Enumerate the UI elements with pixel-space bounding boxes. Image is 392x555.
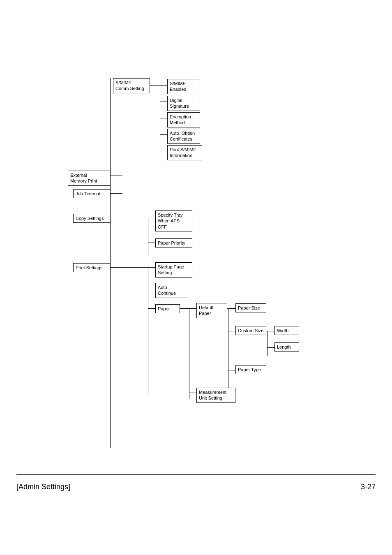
hline-length xyxy=(267,347,274,348)
job-timeout-node: Job Timeout xyxy=(73,189,110,198)
vline-copy-children xyxy=(148,218,148,255)
hline-auto-obtain xyxy=(160,134,167,135)
hline-paper-priority xyxy=(148,243,155,243)
encryption-node: EncryptionMethod xyxy=(167,112,200,127)
hline-width xyxy=(267,331,274,331)
vline-smime-children xyxy=(160,85,160,204)
default-paper-node: DefaultPaper xyxy=(196,303,227,318)
paper-priority-node: Paper Priority xyxy=(155,238,192,247)
hline-print-smime xyxy=(160,151,167,151)
print-settings-node: Print Settings xyxy=(73,263,110,272)
hline-default-paper xyxy=(189,308,196,309)
hline-print-to-children xyxy=(122,267,148,268)
external-mem-node: ExternalMemory Print xyxy=(68,171,110,186)
paper-node: Paper xyxy=(155,304,180,313)
length-node: Length xyxy=(274,342,299,352)
smime-comm-node: S/MIMEComm.Setting xyxy=(113,78,150,93)
vline-custom-children xyxy=(267,331,267,356)
hline-paper xyxy=(148,308,155,309)
footer-left-label: [Admin Settings] xyxy=(16,483,70,491)
hline-external xyxy=(110,176,122,176)
vline-print-children xyxy=(148,267,148,395)
print-smime-node: Print S/MIMEInformation xyxy=(167,145,202,160)
startup-page-node: Startup PageSetting xyxy=(155,262,192,278)
hline-paper-type xyxy=(228,370,235,370)
measurement-node: MeasurementUnit Setting xyxy=(196,388,235,403)
hline-job xyxy=(110,193,122,194)
auto-obtain-node: Auto. ObtainCertificates xyxy=(167,129,200,144)
hline-startup xyxy=(148,267,155,268)
copy-settings-node: Copy Settings xyxy=(73,214,110,223)
footer-divider xyxy=(16,474,376,475)
paper-size-node: Paper Size xyxy=(235,303,266,312)
hline-copy-to-children xyxy=(122,218,148,218)
hline-encryption xyxy=(160,118,167,118)
hline-copy xyxy=(110,218,122,218)
auto-continue-node: AutoContinue xyxy=(155,283,188,298)
hline-smime xyxy=(150,85,160,86)
hline-smime-enabled xyxy=(160,85,167,86)
hline-print-settings xyxy=(110,267,122,268)
vline-default-children xyxy=(228,308,228,388)
hline-auto-continue xyxy=(148,288,155,288)
hline-paper-size xyxy=(228,308,235,309)
custom-size-node: Custom Size xyxy=(235,326,266,335)
hline-specify-tray xyxy=(148,218,155,218)
hline-custom-size xyxy=(228,331,235,331)
hline-digital xyxy=(160,102,167,102)
width-node: Width xyxy=(274,326,299,335)
vline-paper-children xyxy=(189,308,189,399)
spine-line xyxy=(110,78,111,448)
specify-tray-node: Specify TrayWhen APSOFF xyxy=(155,210,192,231)
smime-enabled-node: S/MIMEEnabled xyxy=(167,79,200,94)
paper-type-node: Paper Type xyxy=(235,365,266,374)
digital-sig-node: DigitalSignature xyxy=(167,96,200,111)
footer-right-label: 3-27 xyxy=(361,483,376,491)
hline-paper-to-children xyxy=(180,308,189,309)
hline-measurement xyxy=(189,393,196,393)
